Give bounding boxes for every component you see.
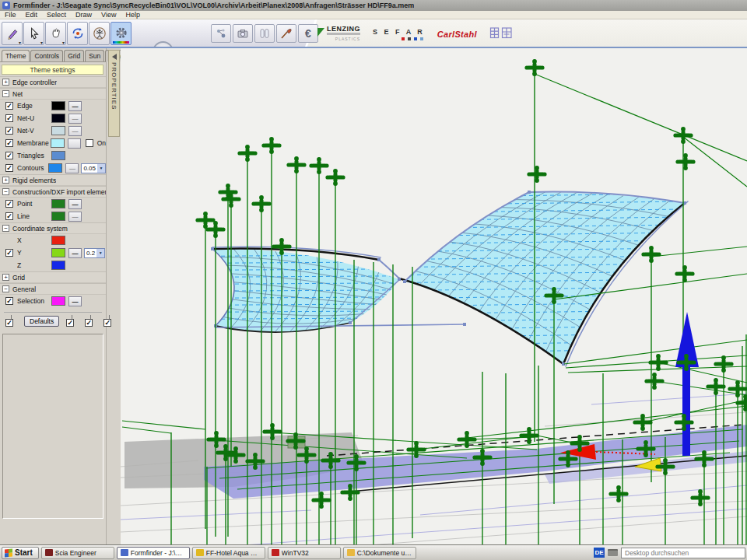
desktop-search-input[interactable]: Desktop durchsuchen — [621, 548, 745, 558]
section-header-rigid-elements[interactable]: +Rigid elements — [0, 175, 106, 186]
checkbox-y[interactable]: ✓ — [5, 249, 13, 257]
molecule-snapshot-button[interactable] — [211, 24, 231, 43]
material-spools-button[interactable] — [254, 24, 275, 43]
draw-pencil-button[interactable]: ▾ — [2, 22, 23, 45]
menu-item-select[interactable]: Select — [42, 11, 71, 19]
linestyle-button-contours[interactable]: — — [65, 163, 79, 173]
linestyle-button-net-u[interactable]: — — [68, 114, 82, 124]
start-button[interactable]: Start — [2, 547, 39, 559]
tab-theme[interactable]: Theme — [2, 50, 30, 61]
expand-toggle-icon[interactable]: + — [2, 79, 9, 86]
linestyle-button-point[interactable]: — — [68, 199, 82, 209]
windows-logo-icon — [5, 548, 12, 557]
euro-cost-button[interactable]: € — [298, 24, 318, 43]
image-icon — [196, 549, 204, 556]
linestyle-button-line[interactable]: — — [68, 212, 82, 222]
title-bar[interactable]: Formfinder - J:\Seagate Sync\SyncRecycle… — [0, 0, 747, 11]
color-swatch-x[interactable] — [51, 236, 65, 245]
linestyle-button-selection[interactable]: — — [68, 296, 82, 306]
defaults-checkbox-2[interactable]: ✓ — [66, 319, 74, 327]
task-formfinder-j-seaga[interactable]: Formfinder - J:\Seaga... — [117, 547, 190, 559]
scene-canvas[interactable] — [121, 48, 747, 544]
color-swatch-edge[interactable] — [51, 101, 65, 110]
checkbox-triangles[interactable]: ✓ — [5, 152, 13, 159]
defaults-checkbox-1[interactable]: ✓ — [5, 319, 13, 327]
color-swatch-selection[interactable] — [51, 296, 65, 306]
color-swatch-line[interactable] — [51, 212, 65, 221]
expand-toggle-icon[interactable]: − — [2, 90, 9, 97]
section-header-general[interactable]: −General — [0, 284, 106, 295]
dropdown-contours[interactable]: 0.05▼ — [81, 163, 106, 173]
formfinder-window: Formfinder - J:\Seagate Sync\SyncRecycle… — [0, 0, 747, 560]
section-header-construction-dxf-import-elements[interactable]: −Construction/DXF import elements — [0, 187, 106, 198]
cjk-partner-logo — [489, 26, 513, 43]
menu-item-view[interactable]: View — [96, 11, 121, 19]
task-ff-hotel-aqua-screensh[interactable]: FF-Hotel Aqua Screensh... — [192, 547, 265, 559]
section-header-net[interactable]: −Net — [0, 89, 106, 100]
expand-toggle-icon[interactable]: + — [2, 177, 9, 184]
checkbox-net-u[interactable]: ✓ — [5, 114, 13, 122]
menu-item-edit[interactable]: Edit — [21, 11, 43, 19]
printer-icon[interactable] — [608, 549, 618, 556]
properties-tab-strip[interactable]: PROPERTIES — [108, 50, 120, 137]
defaults-checkbox-4[interactable]: ✓ — [103, 319, 111, 327]
color-swatch-triangles[interactable] — [51, 151, 65, 160]
menu-item-draw[interactable]: Draw — [71, 11, 96, 19]
color-swatch-contours[interactable] — [48, 163, 62, 173]
section-header-coordinate-system[interactable]: −Coordinate system — [0, 223, 106, 234]
linestyle-button-net-v[interactable]: — — [68, 126, 82, 136]
checkbox-point[interactable]: ✓ — [5, 200, 13, 208]
defaults-button[interactable]: Defaults — [24, 316, 59, 327]
expand-toggle-icon[interactable]: − — [2, 225, 9, 232]
linestyle-button-edge[interactable]: — — [68, 101, 82, 111]
checkbox-selection[interactable]: ✓ — [5, 297, 13, 305]
defaults-checkbox-3[interactable]: ✓ — [85, 319, 93, 327]
menu-item-file[interactable]: File — [0, 11, 21, 19]
expand-toggle-icon[interactable]: − — [2, 285, 9, 292]
checkbox-net-v[interactable]: ✓ — [5, 127, 13, 135]
color-swatch-point[interactable] — [51, 199, 65, 208]
paint-brush-button[interactable] — [276, 24, 296, 43]
defaults-row: ✓Defaults✓✓✓ — [4, 312, 102, 329]
color-swatch-net-v[interactable] — [51, 126, 65, 135]
camera-button[interactable] — [233, 24, 253, 43]
checkbox-contours[interactable]: ✓ — [5, 164, 13, 172]
linestyle-button-y[interactable]: — — [68, 248, 82, 258]
menu-item-help[interactable]: Help — [121, 11, 145, 19]
color-swatch-membrane[interactable] — [51, 138, 65, 148]
label-net-v: Net-V — [17, 127, 51, 135]
color-swatch-y[interactable] — [51, 248, 65, 257]
row-y: ✓Y—0.2▼ — [0, 247, 106, 259]
language-indicator[interactable]: DE — [594, 548, 605, 558]
chevron-down-icon: ▼ — [96, 249, 104, 257]
task-c-dokumente-und-einst[interactable]: C:\Dokumente und Einst... — [343, 547, 416, 559]
tv-icon — [272, 549, 279, 556]
expand-toggle-icon[interactable]: + — [2, 274, 9, 281]
color-swatch-z[interactable] — [51, 261, 65, 270]
checkbox-membrane-on[interactable] — [86, 139, 93, 147]
select-cursor-button[interactable]: ▾ — [23, 22, 44, 45]
tab-sun[interactable]: Sun — [85, 50, 104, 61]
viewport-3d[interactable] — [121, 48, 747, 544]
section-header-edge-controller[interactable]: +Edge controller — [0, 77, 106, 88]
tab-grid[interactable]: Grid — [64, 50, 84, 61]
expand-toggle-icon[interactable]: − — [2, 188, 9, 195]
orbit-rotate-button[interactable] — [67, 22, 88, 45]
theme-settings-gear-button[interactable] — [110, 22, 132, 45]
task-wintv32[interactable]: WinTV32 — [268, 547, 341, 559]
label-contours: Contours — [17, 164, 48, 172]
checkbox-line[interactable]: ✓ — [5, 212, 13, 220]
dropdown-y[interactable]: 0.2▼ — [84, 248, 105, 258]
checkbox-membrane[interactable]: ✓ — [5, 139, 13, 147]
section-header-grid[interactable]: +Grid — [0, 272, 106, 283]
pan-hand-button[interactable]: ▾ — [45, 22, 66, 45]
linestyle-button-membrane[interactable] — [68, 138, 81, 149]
human-scale-button[interactable] — [89, 22, 110, 45]
play-formfinding-button[interactable] — [153, 41, 174, 48]
checkbox-edge[interactable]: ✓ — [5, 102, 13, 110]
tab-controls[interactable]: Controls — [30, 50, 63, 61]
task-scia-engineer[interactable]: Scia Engineer — [41, 547, 114, 559]
lenzing-subtext: PLASTICS — [327, 33, 360, 43]
color-swatch-net-u[interactable] — [51, 114, 65, 123]
carlstahl-logo: CarlStahl — [437, 30, 477, 39]
